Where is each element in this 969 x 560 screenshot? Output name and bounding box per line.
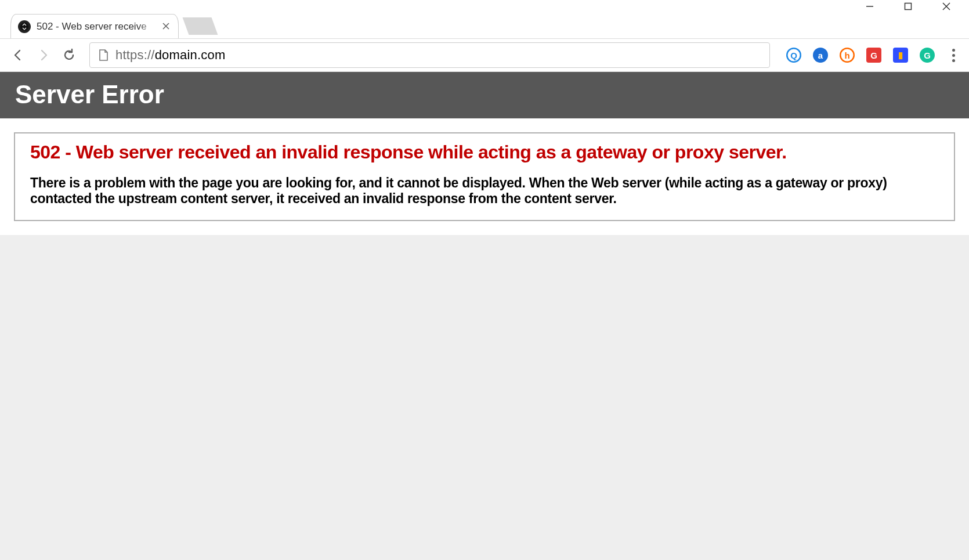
ext-grammarly-icon[interactable]: G (920, 48, 935, 63)
titlebar (0, 0, 969, 13)
window-close-button[interactable] (941, 1, 952, 12)
url-text: https://domain.com (115, 48, 225, 63)
page-content: Server Error 502 - Web server received a… (0, 72, 969, 560)
new-tab-button[interactable] (183, 17, 218, 35)
error-banner: Server Error (0, 72, 969, 118)
toolbar: https://domain.com QahG▮G (0, 38, 969, 72)
error-body: There is a problem with the page you are… (30, 175, 939, 207)
page-info-icon[interactable] (98, 49, 109, 62)
favicon-icon (18, 20, 31, 33)
url-host: domain.com (155, 48, 226, 62)
svg-rect-1 (905, 3, 912, 10)
tab-strip: 502 - Web server receive (0, 13, 969, 38)
back-button[interactable] (10, 48, 26, 63)
browser-window: 502 - Web server receive https://domain.… (0, 0, 969, 560)
url-protocol: https:// (115, 48, 155, 62)
address-bar[interactable]: https://domain.com (89, 42, 770, 68)
extension-icons: QahG▮G (783, 48, 938, 63)
reload-button[interactable] (62, 48, 77, 63)
window-maximize-button[interactable] (903, 1, 913, 12)
banner-title: Server Error (15, 80, 954, 109)
tab-close-button[interactable] (162, 22, 171, 31)
error-card-container: 502 - Web server received an invalid res… (0, 118, 969, 235)
ext-honey-icon[interactable]: h (840, 48, 855, 63)
window-minimize-button[interactable] (865, 1, 875, 12)
ext-amazon-icon[interactable]: a (813, 48, 828, 63)
error-card: 502 - Web server received an invalid res… (14, 132, 955, 221)
browser-tab[interactable]: 502 - Web server receive (10, 14, 179, 38)
ext-grammarly-red-icon[interactable]: G (866, 48, 881, 63)
error-heading: 502 - Web server received an invalid res… (30, 142, 939, 164)
browser-menu-button[interactable] (949, 49, 959, 62)
ext-blue-q-icon[interactable]: Q (786, 48, 801, 63)
tab-title: 502 - Web server receive (37, 21, 156, 32)
forward-button[interactable] (36, 48, 51, 63)
ext-lighthouse-icon[interactable]: ▮ (893, 48, 908, 63)
